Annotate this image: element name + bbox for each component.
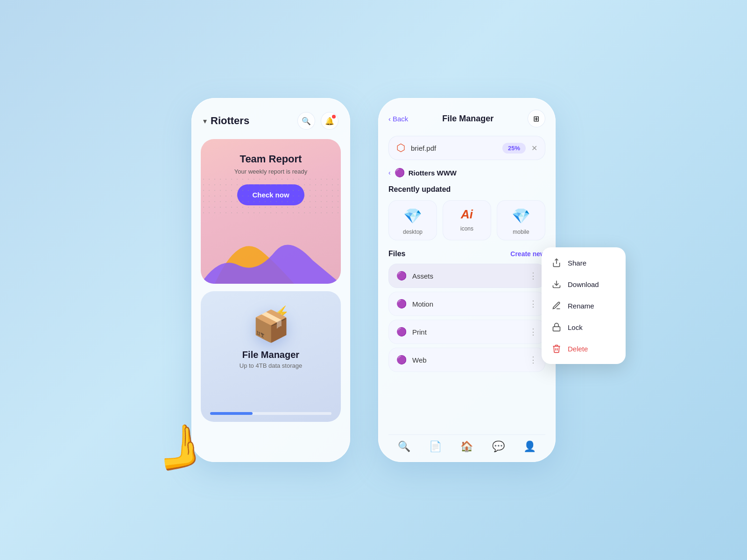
team-report-card: Team Report Your weekly report is ready … — [201, 139, 341, 284]
file-manager-header-title: File Manager — [442, 114, 493, 124]
nav-messages-icon: 💬 — [492, 441, 505, 453]
recently-updated-list: 💎 desktop Ai icons 💎 mobile — [388, 200, 545, 240]
sketch-mobile-icon: 💎 — [512, 207, 530, 225]
context-menu: Share Download Rename — [542, 247, 626, 364]
file-thumb-mobile[interactable]: 💎 mobile — [497, 200, 545, 240]
notifications-button[interactable]: 🔔 — [321, 112, 338, 130]
chart-area — [201, 223, 341, 284]
breadcrumb: ‹ 🟣 Riotters WWW — [388, 168, 545, 178]
file-thumb-label-mobile: mobile — [513, 229, 529, 235]
share-label: Share — [568, 259, 586, 267]
menu-item-rename[interactable]: Rename — [542, 295, 626, 316]
delete-icon — [552, 344, 561, 353]
file-list: 🟣 Assets ⋮ 🟣 Motion ⋮ 🟣 Print ⋮ 🟣 Web ⋮ — [388, 264, 545, 372]
dots-pattern — [201, 176, 341, 214]
right-phone: ‹ Back File Manager ⊞ ⬡ brief.pdf 25% ✕ … — [378, 98, 556, 462]
lock-label: Lock — [568, 323, 583, 331]
breadcrumb-folder-name: Riotters WWW — [409, 169, 457, 177]
files-section-header: Files Create new — [388, 250, 545, 258]
back-chevron-icon: ‹ — [388, 115, 391, 123]
app-title: Riotters — [211, 115, 249, 127]
title-group: ▾ Riotters — [203, 115, 249, 127]
filter-icon: ⊞ — [533, 114, 539, 123]
file-manager-box-icon: 📦 — [252, 308, 290, 344]
breadcrumb-back-icon[interactable]: ‹ — [388, 169, 391, 176]
notification-dot — [332, 115, 336, 119]
header-icons: 🔍 🔔 — [297, 112, 338, 130]
lock-icon — [552, 322, 561, 332]
pdf-icon: ⬡ — [396, 142, 405, 154]
nav-messages[interactable]: 💬 — [492, 441, 505, 453]
file-row-assets[interactable]: 🟣 Assets ⋮ — [388, 264, 545, 288]
create-new-button[interactable]: Create new — [510, 250, 545, 258]
rename-label: Rename — [568, 302, 594, 310]
nav-search[interactable]: 🔍 — [398, 441, 410, 453]
motion-folder-icon: 🟣 — [396, 299, 407, 309]
file-thumb-desktop[interactable]: 💎 desktop — [388, 200, 437, 240]
nav-files[interactable]: 📄 — [429, 441, 442, 453]
delete-label: Delete — [568, 345, 588, 353]
recently-updated-title: Recently updated — [388, 185, 545, 194]
assets-folder-icon: 🟣 — [396, 271, 407, 281]
search-icon: 🔍 — [302, 117, 311, 126]
file-manager-card: ⚡ 📦 File Manager Up to 4TB data storage — [201, 291, 341, 422]
folder-icon: 🟣 — [395, 168, 405, 178]
menu-item-delete[interactable]: Delete — [542, 338, 626, 359]
pdf-upload-bar: ⬡ brief.pdf 25% ✕ — [388, 136, 545, 160]
file-thumb-label-desktop: desktop — [403, 229, 423, 235]
ai-icon: Ai — [461, 207, 473, 222]
web-folder-name: Web — [412, 356, 523, 364]
team-report-title: Team Report — [212, 153, 329, 165]
rename-icon — [552, 301, 561, 310]
left-phone-header: ▾ Riotters 🔍 🔔 — [201, 112, 341, 139]
motion-more-button[interactable]: ⋮ — [529, 299, 537, 309]
file-manager-3d-icon-area: ⚡ 📦 — [252, 303, 290, 350]
download-label: Download — [568, 280, 599, 288]
nav-home-icon: 🏠 — [460, 441, 473, 453]
menu-item-download[interactable]: Download — [542, 273, 626, 295]
pdf-close-button[interactable]: ✕ — [531, 144, 537, 153]
file-thumb-label-icons: icons — [460, 225, 473, 232]
sketch-icon: 💎 — [403, 207, 422, 225]
pdf-filename: brief.pdf — [411, 144, 497, 152]
svg-rect-2 — [553, 327, 560, 331]
files-section-title: Files — [388, 250, 405, 258]
download-icon — [552, 280, 561, 289]
pdf-progress-percent: 25% — [502, 143, 526, 154]
team-report-subtitle: Your weekly report is ready — [212, 168, 329, 175]
assets-folder-name: Assets — [412, 272, 523, 280]
search-button[interactable]: 🔍 — [297, 112, 315, 130]
bottom-navigation: 🔍 📄 🏠 💬 👤 — [388, 434, 545, 455]
nav-profile[interactable]: 👤 — [523, 441, 536, 453]
right-phone-header: ‹ Back File Manager ⊞ — [388, 110, 545, 127]
back-label: Back — [393, 115, 408, 123]
back-button[interactable]: ‹ Back — [388, 115, 408, 123]
web-folder-icon: 🟣 — [396, 355, 407, 365]
progress-fill — [210, 412, 253, 415]
menu-item-lock[interactable]: Lock — [542, 316, 626, 338]
filter-button[interactable]: ⊞ — [528, 110, 545, 127]
nav-search-icon: 🔍 — [398, 441, 410, 453]
left-phone: ▾ Riotters 🔍 🔔 Team Report Your weekly r… — [191, 98, 350, 462]
motion-folder-name: Motion — [412, 300, 523, 308]
file-manager-subtitle: Up to 4TB data storage — [240, 362, 302, 369]
file-thumb-icons[interactable]: Ai icons — [443, 200, 491, 240]
print-folder-icon: 🟣 — [396, 327, 407, 337]
file-row-print[interactable]: 🟣 Print ⋮ — [388, 320, 545, 344]
file-row-motion[interactable]: 🟣 Motion ⋮ — [388, 292, 545, 316]
file-row-web[interactable]: 🟣 Web ⋮ — [388, 348, 545, 372]
menu-item-share[interactable]: Share — [542, 252, 626, 273]
chevron-down-icon: ▾ — [203, 117, 207, 126]
print-more-button[interactable]: ⋮ — [529, 327, 537, 337]
assets-more-button[interactable]: ⋮ — [529, 271, 537, 281]
hand-illustration: 🫸 — [150, 418, 211, 476]
web-more-button[interactable]: ⋮ — [529, 355, 537, 365]
nav-profile-icon: 👤 — [523, 441, 536, 453]
file-manager-title: File Manager — [242, 350, 299, 360]
nav-files-icon: 📄 — [429, 441, 442, 453]
nav-home[interactable]: 🏠 — [460, 441, 473, 453]
storage-progress-bar — [210, 412, 331, 415]
print-folder-name: Print — [412, 328, 523, 336]
share-icon — [552, 258, 561, 267]
